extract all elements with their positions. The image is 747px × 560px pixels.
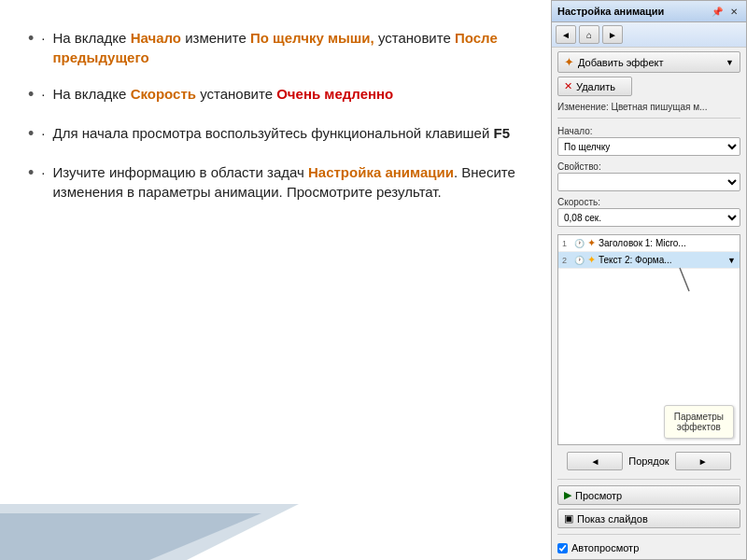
play-icon: ▶ bbox=[564, 489, 571, 501]
start-field-group: Начало: По щелчку bbox=[557, 126, 740, 156]
autopreview-label: Автопросмотр bbox=[571, 542, 639, 553]
animation-panel: Настройка анимации 📌 ✕ ◄ ⌂ ► ✦ Добавить … bbox=[551, 0, 747, 560]
panel-header-icons: 📌 ✕ bbox=[711, 5, 740, 18]
panel-title: Настройка анимации bbox=[557, 6, 664, 17]
bullet-marker: · bbox=[41, 28, 45, 48]
order-row: ◄ Порядок ► bbox=[557, 449, 740, 473]
anim-text-2: Текст 2: Форма... bbox=[599, 255, 725, 265]
list-item: · На вкладке Скорость установите Очень м… bbox=[28, 84, 532, 106]
close-icon[interactable]: ✕ bbox=[727, 5, 740, 18]
list-item: · Для начала просмотра воспользуйтесь фу… bbox=[28, 123, 532, 146]
order-left-icon: ◄ bbox=[590, 456, 599, 467]
anim-dropdown-icon: ▼ bbox=[727, 256, 736, 265]
autopreview-row: Автопросмотр bbox=[557, 540, 740, 555]
speed-select[interactable]: 0,08 сек. bbox=[557, 208, 740, 227]
anim-text-1: Заголовок 1: Micro... bbox=[599, 238, 736, 248]
order-right-button[interactable]: ► bbox=[675, 452, 731, 470]
animation-item-2[interactable]: 2 🕐 ✦ Текст 2: Форма... ▼ bbox=[558, 252, 740, 269]
autopreview-checkbox[interactable] bbox=[557, 543, 568, 553]
bullet-marker: · bbox=[41, 162, 45, 182]
anim-num-2: 2 bbox=[562, 256, 571, 265]
change-label: Изменение: Цветная пишущая м... bbox=[557, 102, 740, 112]
property-field-group: Свойство: bbox=[557, 161, 740, 191]
slideshow-button[interactable]: ▣ Показ слайдов bbox=[557, 509, 740, 528]
panel-header: Настройка анимации 📌 ✕ bbox=[552, 1, 746, 22]
speed-label: Скорость: bbox=[557, 197, 740, 207]
divider-3 bbox=[557, 534, 740, 535]
highlight-speed: Скорость bbox=[131, 86, 196, 102]
animation-list: 1 🕐 ✦ Заголовок 1: Micro... 2 🕐 ✦ Текст … bbox=[557, 234, 740, 445]
start-select[interactable]: По щелчку bbox=[557, 137, 740, 156]
bullet-text-3: Для начала просмотра воспользуйтесь функ… bbox=[52, 123, 510, 143]
highlight-click: По щелчку мыши, bbox=[250, 30, 374, 46]
highlight-very-slow: Очень медленно bbox=[276, 86, 393, 102]
nav-home-button[interactable]: ⌂ bbox=[579, 25, 599, 44]
anim-num-1: 1 bbox=[562, 239, 571, 248]
list-item: · Изучите информацию в области задач Нас… bbox=[28, 162, 532, 202]
property-select[interactable] bbox=[557, 173, 740, 191]
anim-star-icon-1: ✦ bbox=[587, 237, 596, 249]
add-effect-button[interactable]: ✦ Добавить эффект ▼ bbox=[557, 51, 740, 73]
panel-nav: ◄ ⌂ ► bbox=[552, 22, 746, 48]
add-effect-label: Добавить эффект bbox=[578, 57, 663, 68]
order-label: Порядок bbox=[628, 455, 669, 467]
bullet-list: · На вкладке Начало измените По щелчку м… bbox=[28, 28, 532, 202]
slideshow-label: Показ слайдов bbox=[577, 513, 648, 525]
bullet-text-1: На вкладке Начало измените По щелчку мыш… bbox=[52, 28, 532, 67]
delete-button[interactable]: ✕ Удалить bbox=[557, 77, 632, 96]
delete-label: Удалить bbox=[576, 81, 615, 92]
dropdown-arrow-icon: ▼ bbox=[726, 58, 734, 67]
preview-button[interactable]: ▶ Просмотр bbox=[557, 485, 740, 505]
highlight-start: Начало bbox=[131, 30, 181, 46]
delete-x-icon: ✕ bbox=[564, 80, 572, 92]
nav-back-button[interactable]: ◄ bbox=[556, 25, 576, 44]
speed-field-group: Скорость: 0,08 сек. bbox=[557, 197, 740, 227]
property-label: Свойство: bbox=[557, 161, 740, 172]
slideshow-icon: ▣ bbox=[564, 512, 573, 525]
animation-item-1[interactable]: 1 🕐 ✦ Заголовок 1: Micro... bbox=[558, 235, 740, 252]
nav-forward-button[interactable]: ► bbox=[602, 25, 623, 44]
highlight-animation: Настройка анимации bbox=[308, 164, 454, 180]
main-content: · На вкладке Начало измените По щелчку м… bbox=[0, 0, 551, 560]
anim-clock-icon-1: 🕐 bbox=[574, 239, 585, 248]
anim-clock-icon-2: 🕐 bbox=[574, 256, 585, 265]
preview-label: Просмотр bbox=[575, 490, 622, 501]
add-star-icon: ✦ bbox=[564, 55, 574, 69]
order-right-icon: ► bbox=[698, 456, 708, 467]
divider-1 bbox=[557, 118, 740, 119]
start-label: Начало: bbox=[557, 126, 740, 136]
list-item: · На вкладке Начало измените По щелчку м… bbox=[28, 28, 532, 67]
tooltip-box: Параметрыэффектов bbox=[664, 405, 734, 439]
bottom-decoration bbox=[0, 504, 299, 560]
bullet-marker: · bbox=[41, 123, 45, 143]
pin-icon[interactable]: 📌 bbox=[711, 5, 724, 18]
anim-star-icon-2: ✦ bbox=[587, 254, 596, 266]
order-left-button[interactable]: ◄ bbox=[567, 452, 623, 470]
svg-line-2 bbox=[680, 268, 689, 291]
tooltip-text: Параметрыэффектов bbox=[674, 412, 724, 432]
bullet-marker: · bbox=[41, 84, 45, 104]
divider-2 bbox=[557, 479, 740, 480]
key-f5: F5 bbox=[494, 125, 511, 141]
bullet-text-4: Изучите информацию в области задач Настр… bbox=[52, 162, 532, 202]
panel-body: ✦ Добавить эффект ▼ ✕ Удалить Изменение:… bbox=[552, 48, 746, 559]
bullet-text-2: На вкладке Скорость установите Очень мед… bbox=[52, 84, 393, 104]
